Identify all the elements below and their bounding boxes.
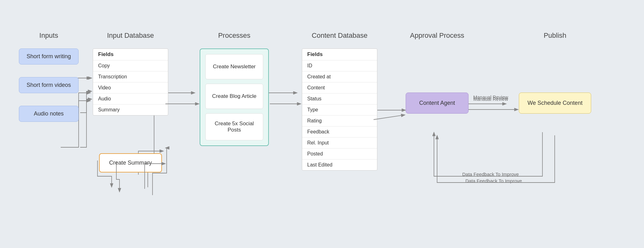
- inputs-label: Inputs: [39, 31, 58, 40]
- content-db-table: Fields ID Created at Content Status Type…: [302, 48, 377, 171]
- content-field-feedback: Feedback: [302, 127, 377, 138]
- input-short-form-videos: Short form videos: [19, 77, 79, 93]
- create-summary-box: Create Summary: [99, 153, 162, 172]
- content-field-created-at: Created at: [302, 71, 377, 82]
- content-field-rating: Rating: [302, 116, 377, 127]
- process-create-blog: Create Blog Article: [205, 84, 263, 109]
- content-fields-header: Fields: [302, 49, 377, 60]
- input-short-form-writing: Short form writing: [19, 48, 79, 65]
- process-create-social: Create 5x Social Posts: [205, 113, 263, 140]
- content-field-status: Status: [302, 93, 377, 104]
- schedule-wrapper: We Schedule Content: [519, 93, 591, 114]
- process-create-newsletter: Create Newsletter: [205, 54, 263, 79]
- svg-line-10: [374, 115, 405, 120]
- approval-process-label: Approval Process: [410, 31, 464, 40]
- schedule-box: We Schedule Content: [519, 93, 591, 114]
- content-field-type: Type: [302, 104, 377, 116]
- input-db-table: Fields Copy Transcription Video Audio Su…: [93, 48, 168, 116]
- col-processes: Processes Create Newsletter Create Blog …: [200, 31, 269, 146]
- content-agent-box: Content Agent: [406, 93, 469, 114]
- db-field-summary: Summary: [93, 104, 168, 115]
- inputs-group: Short form writing Short form videos Aud…: [19, 48, 79, 128]
- data-feedback-label-div: Data Feedback To Improve: [462, 172, 519, 177]
- diagram: Manaual Review Data Feedback To Improve …: [0, 0, 644, 248]
- processes-label: Processes: [218, 31, 251, 40]
- db-field-video: Video: [93, 82, 168, 93]
- create-summary-wrapper: Create Summary: [99, 153, 162, 172]
- db-field-copy: Copy: [93, 60, 168, 71]
- db-fields-header: Fields: [93, 49, 168, 60]
- col-input-database: Input Database Fields Copy Transcription…: [93, 31, 168, 172]
- content-field-last-edited: Last Edited: [302, 160, 377, 170]
- content-field-id: ID: [302, 60, 377, 71]
- db-field-transcription: Transcription: [93, 71, 168, 82]
- col-inputs: Inputs Short form writing Short form vid…: [19, 31, 79, 128]
- input-audio-notes: Audio notes: [19, 106, 79, 122]
- col-publish: Publish We Schedule Content: [519, 31, 591, 114]
- publish-label: Publish: [544, 31, 566, 40]
- content-database-label: Content Database: [312, 31, 367, 40]
- col-content-database: Content Database Fields ID Created at Co…: [302, 31, 377, 171]
- input-database-label: Input Database: [107, 31, 154, 40]
- content-field-posted: Posted: [302, 149, 377, 160]
- data-feedback-label: Data Feedback To Improve: [465, 178, 522, 183]
- db-field-audio: Audio: [93, 93, 168, 104]
- col-approval-process: Approval Process Content Agent: [406, 31, 469, 114]
- content-field-rel-input: Rel. Input: [302, 138, 377, 149]
- manual-review-label-div: Manaual Review: [473, 94, 508, 100]
- process-container: Create Newsletter Create Blog Article Cr…: [200, 48, 269, 146]
- content-field-content: Content: [302, 82, 377, 93]
- content-agent-wrapper: Content Agent: [406, 93, 469, 114]
